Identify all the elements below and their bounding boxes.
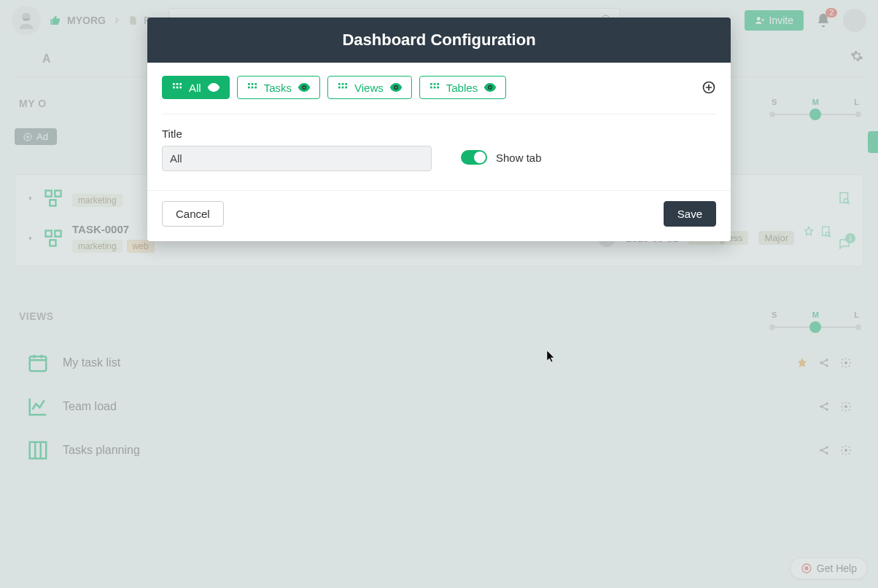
svg-rect-39 [251, 83, 253, 85]
grid-icon [171, 82, 183, 93]
svg-rect-53 [433, 83, 435, 85]
svg-rect-57 [437, 87, 439, 89]
svg-rect-54 [437, 83, 439, 85]
svg-rect-46 [342, 83, 344, 85]
grid-icon [429, 82, 440, 93]
svg-rect-47 [345, 83, 347, 85]
dashboard-configuration-modal: Dashboard Configuration All Tasks [147, 17, 731, 241]
config-tab-views[interactable]: Views [327, 76, 412, 99]
config-tab-label: Views [354, 82, 384, 94]
grid-icon [246, 82, 258, 93]
title-field-label: Title [162, 128, 432, 140]
svg-rect-55 [430, 87, 432, 89]
svg-rect-50 [345, 87, 347, 89]
modal-title: Dashboard Configuration [147, 17, 731, 63]
config-tab-tasks[interactable]: Tasks [237, 76, 320, 99]
svg-rect-52 [430, 83, 432, 85]
config-tab-tables[interactable]: Tables [419, 76, 506, 99]
svg-rect-31 [173, 83, 175, 85]
svg-rect-45 [338, 83, 341, 85]
cancel-button[interactable]: Cancel [162, 201, 224, 227]
svg-rect-42 [251, 87, 253, 89]
config-tab-label: Tables [446, 82, 478, 94]
svg-rect-34 [173, 87, 175, 89]
svg-rect-43 [255, 87, 257, 89]
svg-rect-32 [176, 83, 179, 85]
config-tab-all[interactable]: All [162, 76, 230, 99]
svg-rect-40 [255, 83, 257, 85]
title-input[interactable] [162, 146, 432, 171]
svg-rect-36 [179, 87, 182, 89]
eye-icon [389, 81, 403, 94]
config-tab-label: All [189, 82, 201, 94]
add-config-tab-button[interactable] [702, 80, 716, 95]
eye-icon [298, 81, 311, 94]
eye-icon [207, 81, 220, 94]
svg-rect-33 [179, 83, 182, 85]
show-tab-label: Show tab [496, 152, 542, 164]
show-tab-toggle[interactable] [461, 150, 487, 165]
svg-rect-41 [248, 87, 250, 89]
save-button[interactable]: Save [664, 201, 716, 227]
svg-rect-56 [433, 87, 435, 89]
svg-rect-38 [248, 83, 250, 85]
svg-rect-48 [338, 87, 341, 89]
grid-icon [337, 82, 349, 93]
svg-rect-35 [176, 87, 179, 89]
config-tab-label: Tasks [264, 82, 292, 94]
svg-rect-49 [342, 87, 344, 89]
eye-icon [483, 81, 497, 94]
